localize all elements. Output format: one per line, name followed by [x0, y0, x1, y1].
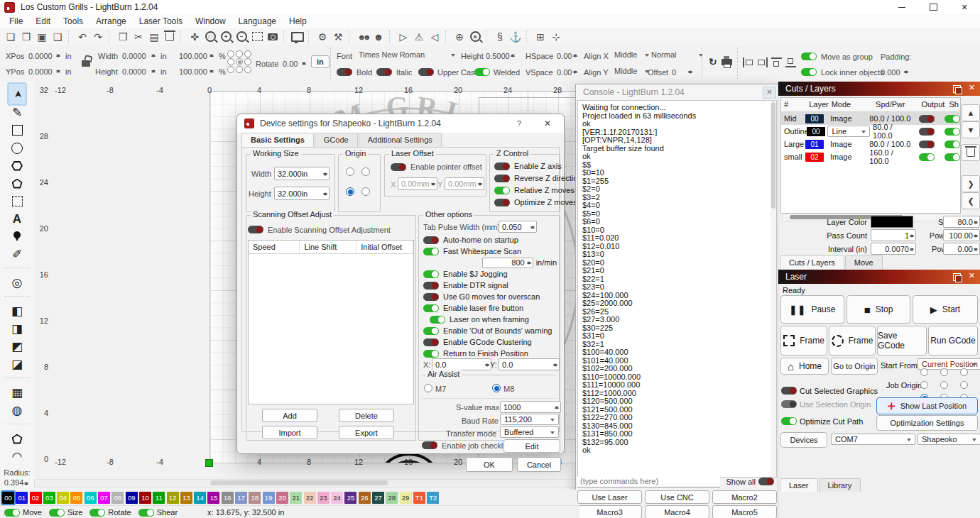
- ws-width-field[interactable]: 32.000in: [274, 167, 330, 180]
- laser-float-icon[interactable]: [953, 273, 961, 281]
- vspace-field[interactable]: 0.00: [557, 68, 572, 77]
- menu-window[interactable]: Window: [189, 15, 232, 28]
- ellipse-tool[interactable]: [6, 139, 28, 157]
- scan-delete-button[interactable]: Delete: [339, 409, 394, 422]
- tab-library[interactable]: Library: [819, 478, 861, 492]
- palette-color-23[interactable]: 23: [317, 492, 330, 504]
- use-cnc-button[interactable]: Use CNC: [645, 490, 709, 504]
- new-file-icon[interactable]: ❏: [3, 30, 18, 44]
- scan-export-button[interactable]: Export: [339, 426, 394, 439]
- save-file-icon[interactable]: ▣: [34, 30, 50, 44]
- palette-color-03[interactable]: 03: [43, 492, 55, 504]
- padding-spinner[interactable]: [903, 67, 910, 76]
- dialog-help-button[interactable]: ?: [513, 117, 526, 130]
- fast-whitespace-scan-toggle[interactable]: [423, 248, 439, 255]
- position-laser-icon[interactable]: ⊕: [452, 30, 467, 44]
- aligny-combo[interactable]: Middle: [611, 66, 653, 76]
- laser-close-icon[interactable]: ✕: [969, 271, 975, 280]
- tab-cuts-layers[interactable]: Cuts / Layers: [780, 255, 844, 269]
- bounds-warning-icon[interactable]: ⚠: [411, 30, 427, 44]
- layer-down-button[interactable]: ▼: [962, 121, 980, 138]
- power-max-field[interactable]: 100.00: [943, 229, 980, 241]
- menu-help[interactable]: Help: [283, 15, 313, 28]
- offset-x-field[interactable]: 0.00mm: [398, 177, 437, 190]
- transfer-mode-combo[interactable]: Buffered: [500, 426, 559, 438]
- use-g0-moves-for-overscan-toggle[interactable]: [423, 293, 439, 301]
- frame-circle-button[interactable]: Frame: [829, 326, 876, 356]
- palette-color-21[interactable]: 21: [290, 492, 302, 504]
- dock-anchor-icon[interactable]: ⚓: [508, 30, 523, 44]
- cancel-button[interactable]: Cancel: [517, 457, 561, 472]
- macro5-button[interactable]: Macro5: [712, 505, 777, 518]
- layer-up-button[interactable]: ▲: [962, 104, 980, 121]
- minimize-button[interactable]: [886, 0, 918, 14]
- goto-origin-button[interactable]: Go to Origin: [831, 358, 878, 375]
- start-button[interactable]: ▶Start: [913, 295, 978, 324]
- lock-aspect-icon[interactable]: [82, 60, 90, 67]
- job-origin-3[interactable]: [920, 381, 928, 389]
- port-combo[interactable]: COM7: [831, 434, 915, 445]
- move-as-group-toggle[interactable]: [801, 53, 817, 60]
- align-inner-left-icon[interactable]: [743, 57, 753, 67]
- pan-move-icon[interactable]: ✜: [187, 30, 202, 44]
- palette-color-17[interactable]: 17: [235, 492, 247, 504]
- use-selection-origin-toggle[interactable]: [781, 400, 797, 408]
- anchor-5[interactable]: [244, 58, 251, 65]
- tab-additional-settings[interactable]: Additional Settings: [359, 133, 442, 148]
- origin-top-left-radio[interactable]: [346, 167, 354, 176]
- macro4-button[interactable]: Macro4: [645, 505, 709, 518]
- enable-laser-fire-button-toggle[interactable]: [423, 304, 439, 312]
- layer-show-toggle[interactable]: [944, 115, 960, 123]
- height-percent-field[interactable]: 100.000: [179, 67, 207, 76]
- baud-combo[interactable]: 115,200: [500, 414, 559, 425]
- home-button[interactable]: ⌂Home: [780, 358, 829, 375]
- float-panel-icon[interactable]: [953, 85, 961, 93]
- corner-radius-tool[interactable]: ◠: [6, 448, 28, 465]
- rotate-field[interactable]: 0.00: [283, 60, 298, 68]
- rotate-spinner[interactable]: [301, 59, 307, 67]
- anchor-0[interactable]: [227, 50, 234, 57]
- pause-button[interactable]: ❚❚Pause: [780, 295, 844, 324]
- position-laser-tool[interactable]: [6, 228, 28, 246]
- layer-left-button[interactable]: ❮: [962, 192, 980, 209]
- palette-color-29[interactable]: 29: [400, 492, 412, 504]
- optimize-cut-path-toggle[interactable]: [781, 417, 797, 425]
- width-field[interactable]: 0.0000: [122, 52, 146, 60]
- anchor-3[interactable]: [227, 58, 234, 65]
- draw-lines-tool[interactable]: ✎: [6, 104, 28, 121]
- console-close-button[interactable]: ✕: [763, 87, 776, 99]
- palette-color-11[interactable]: 11: [153, 492, 165, 504]
- stop-button[interactable]: ■Stop: [846, 295, 910, 324]
- hspace-field[interactable]: 0.00: [557, 52, 572, 60]
- palette-color-07[interactable]: 07: [98, 492, 110, 504]
- layer-output-toggle[interactable]: [919, 153, 935, 161]
- origin-top-right-radio[interactable]: [361, 167, 370, 176]
- undo-icon[interactable]: ↶: [75, 30, 90, 44]
- shear-toggle[interactable]: [138, 509, 154, 517]
- palette-color-08[interactable]: 08: [111, 492, 124, 504]
- size-toggle[interactable]: [49, 509, 65, 517]
- measure-tool[interactable]: ✐: [6, 246, 28, 263]
- palette-color-04[interactable]: 04: [57, 492, 69, 504]
- palette-color-18[interactable]: 18: [249, 492, 261, 504]
- pentagon-tool[interactable]: [6, 175, 28, 192]
- layer-output-toggle[interactable]: [919, 140, 935, 148]
- width-percent-field[interactable]: 100.000: [179, 52, 207, 60]
- align-inner-bottom-icon[interactable]: [785, 57, 796, 67]
- boolean-subtract-tool[interactable]: ◨: [6, 320, 28, 338]
- circular-array-tool[interactable]: ◍: [6, 402, 28, 419]
- power-min-field[interactable]: 0.00: [943, 243, 980, 255]
- layer-right-button[interactable]: ❯: [962, 175, 980, 192]
- anchor-6[interactable]: [227, 66, 234, 73]
- ypos-spinner[interactable]: [55, 67, 62, 75]
- enable-j-jogging-toggle[interactable]: [423, 270, 439, 278]
- reverse-z-direction-toggle[interactable]: [494, 175, 510, 182]
- snap-cross-icon[interactable]: ⊹: [548, 30, 564, 44]
- align-inner-top-icon[interactable]: [771, 57, 782, 67]
- job-origin-2[interactable]: [960, 368, 968, 376]
- width-spinner[interactable]: [151, 51, 157, 60]
- layer-color-swatch[interactable]: [871, 216, 913, 228]
- scanning-offset-table[interactable]: SpeedLine ShiftInitial Offset: [248, 240, 414, 404]
- origin-bottom-left-radio[interactable]: [346, 187, 354, 196]
- palette-color-05[interactable]: 05: [70, 492, 82, 504]
